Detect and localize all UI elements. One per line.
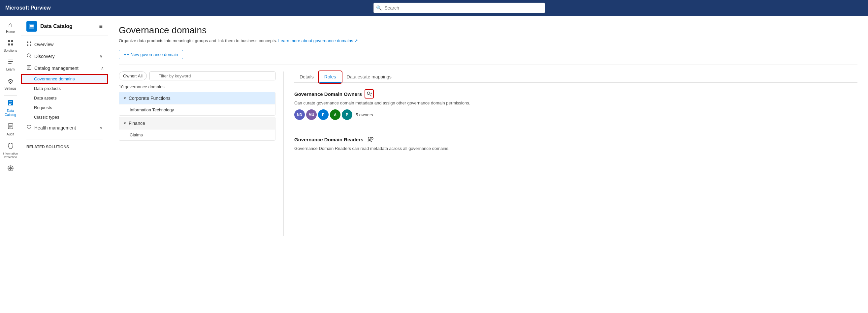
svg-rect-5 — [8, 61, 13, 62]
domain-group-header-finance[interactable]: ▼ Finance — [119, 117, 275, 129]
svg-rect-2 — [8, 43, 10, 45]
svg-point-38 — [368, 137, 371, 140]
add-owners-button[interactable] — [365, 89, 374, 99]
readers-description: Governance Domain Readers can read metad… — [294, 146, 858, 151]
audit-label: Audit — [7, 133, 14, 136]
sidebar-child-governance-domains[interactable]: Governance domains — [21, 74, 108, 84]
home-icon: ⌂ — [8, 21, 12, 29]
page-title: Governance domains — [119, 25, 858, 36]
governance-domain-owners-section: Governance Domain Owners Can curate gove… — [294, 89, 858, 120]
learn-label: Learn — [6, 68, 15, 71]
top-nav: Microsoft Purview 🔍 — [0, 0, 868, 16]
search-input[interactable] — [373, 3, 545, 13]
settings-icon: ⚙ — [8, 77, 13, 85]
owners-description: Can curate governance domain metadata an… — [294, 101, 858, 105]
sidebar-item-data-catalog[interactable]: Data Catalog — [1, 97, 20, 119]
sidebar-divider — [26, 139, 102, 139]
sidebar-item-discovery[interactable]: Discovery ∨ — [21, 50, 108, 62]
related-solutions-label: Related solutions — [21, 142, 108, 152]
sidebar-item-health-management[interactable]: Health management ∨ — [21, 122, 108, 134]
sidebar-child-data-products[interactable]: Data products — [21, 84, 108, 93]
audit-icon — [8, 123, 13, 131]
sidebar-item-solutions[interactable]: Solutions — [1, 37, 20, 55]
overview-icon — [26, 41, 32, 48]
learn-more-link[interactable]: Learn more about governance domains ↗ — [278, 38, 358, 43]
rail-divider-1 — [4, 95, 17, 96]
info-protection-label: Information Protection — [3, 152, 19, 159]
sidebar-item-audit[interactable]: Audit — [1, 120, 20, 139]
requests-label: Requests — [34, 105, 52, 110]
domain-child-information-technology[interactable]: Information Technology — [119, 104, 275, 115]
svg-rect-26 — [30, 44, 31, 46]
data-catalog-icon — [7, 100, 14, 108]
tab-roles[interactable]: Roles — [319, 71, 341, 83]
keyword-filter-input[interactable] — [150, 71, 276, 80]
avatar-p1[interactable]: P — [318, 109, 329, 120]
owner-filter-button[interactable]: Owner: All — [119, 71, 147, 80]
sidebar-item-home[interactable]: ⌂ Home — [1, 19, 20, 37]
icon-rail: ⌂ Home Solutions Learn ⚙ Settings Data C… — [0, 16, 21, 313]
svg-rect-22 — [30, 28, 32, 28]
sidebar-header: Data Catalog ≡ — [21, 16, 108, 36]
tab-details[interactable]: Details — [294, 71, 319, 83]
discovery-label: Discovery — [34, 54, 97, 59]
page-description: Organize data products into meaningful g… — [119, 38, 858, 43]
svg-point-27 — [27, 54, 30, 57]
avatar-p2[interactable]: P — [342, 109, 352, 120]
svg-line-28 — [30, 57, 31, 58]
svg-line-35 — [370, 95, 371, 96]
sidebar-item-settings[interactable]: ⚙ Settings — [1, 75, 20, 93]
svg-rect-6 — [8, 63, 11, 64]
filter-input-wrap — [150, 71, 276, 80]
brand-title: Microsoft Purview — [5, 5, 51, 11]
sidebar-child-classic-types[interactable]: Classic types — [21, 112, 108, 122]
svg-rect-4 — [8, 60, 13, 60]
domain-list: ▼ Corporate Functions Information Techno… — [119, 92, 276, 141]
sidebar-item-info-protection[interactable]: Information Protection — [1, 140, 20, 162]
avatar-nd[interactable]: ND — [294, 109, 305, 120]
avatar-a[interactable]: A — [330, 109, 340, 120]
finance-chevron-icon: ▼ — [123, 121, 127, 125]
health-management-label: Health management — [34, 125, 97, 131]
tab-data-estate-mappings[interactable]: Data estate mappings — [341, 71, 397, 83]
sidebar-item-network[interactable] — [1, 163, 20, 177]
detail-panel: Details Roles Data estate mappings Gover… — [284, 71, 858, 236]
classic-types-label: Classic types — [34, 115, 59, 119]
sidebar-child-data-assets[interactable]: Data assets — [21, 93, 108, 103]
main-content: Governance domains Organize data product… — [108, 16, 868, 313]
sidebar-item-catalog-management[interactable]: Catalog management ∧ — [21, 62, 108, 74]
domain-group-corporate-functions: ▼ Corporate Functions Information Techno… — [119, 92, 276, 116]
avatar-mu[interactable]: MU — [306, 109, 317, 120]
domain-child-claims[interactable]: Claims — [119, 129, 275, 140]
sidebar-item-overview[interactable]: Overview — [21, 39, 108, 50]
catalog-management-chevron-icon: ∧ — [101, 66, 104, 70]
catalog-management-icon — [26, 65, 32, 71]
sidebar-catalog-icon — [26, 21, 37, 32]
learn-icon — [8, 59, 13, 66]
svg-rect-1 — [11, 40, 13, 42]
sidebar-item-learn[interactable]: Learn — [1, 56, 20, 74]
sidebar-nav: Overview Discovery ∨ Catalog management … — [21, 36, 108, 136]
svg-point-39 — [371, 137, 373, 139]
sidebar-title: Data Catalog — [40, 24, 72, 29]
search-container: 🔍 — [373, 3, 545, 13]
svg-rect-20 — [30, 25, 34, 26]
svg-rect-25 — [27, 44, 28, 46]
sidebar: Data Catalog ≡ Overview Discovery ∨ — [21, 16, 108, 313]
domain-group-header-corporate-functions[interactable]: ▼ Corporate Functions — [119, 92, 275, 104]
new-governance-domain-button[interactable]: + + New governance domain — [119, 50, 183, 59]
health-management-chevron-icon: ∨ — [100, 126, 102, 130]
corporate-functions-label: Corporate Functions — [129, 96, 170, 101]
domain-group-finance: ▼ Finance Claims — [119, 117, 276, 141]
svg-point-34 — [367, 92, 370, 95]
info-protection-icon — [8, 142, 13, 150]
detail-tabs: Details Roles Data estate mappings — [294, 71, 858, 83]
search-icon: 🔍 — [376, 5, 382, 10]
readers-title: Governance Domain Readers — [294, 137, 363, 142]
owners-avatars: ND MU P A P 5 owners — [294, 109, 858, 120]
hamburger-button[interactable]: ≡ — [99, 23, 102, 30]
settings-label: Settings — [4, 86, 16, 91]
new-button-plus-icon: + — [124, 52, 126, 57]
data-assets-label: Data assets — [34, 96, 57, 101]
sidebar-child-requests[interactable]: Requests — [21, 103, 108, 112]
